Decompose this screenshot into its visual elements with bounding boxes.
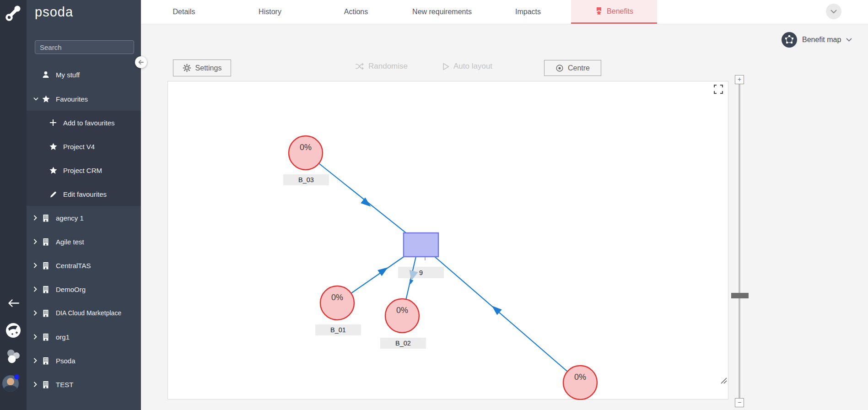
resize-handle[interactable] <box>720 377 728 384</box>
target-icon <box>555 64 564 72</box>
chevron-right-icon <box>33 215 38 221</box>
play-icon <box>442 63 449 70</box>
zoom-out-button[interactable]: − <box>735 398 744 407</box>
collapse-sidebar-button[interactable] <box>135 56 147 68</box>
group-node[interactable] <box>404 233 438 257</box>
pencil-icon <box>49 190 58 198</box>
node-label: 9 <box>419 269 423 276</box>
building-icon <box>41 357 50 365</box>
sidebar-item-org-agile-test[interactable]: Agile test <box>27 230 141 254</box>
icon-strip <box>0 0 27 410</box>
sidebar-item-my-stuff[interactable]: My stuff <box>27 63 141 86</box>
edge-arrowhead <box>361 198 373 210</box>
shuffle-icon <box>355 63 364 70</box>
tab-impacts[interactable]: Impacts <box>485 0 571 24</box>
tab-actions[interactable]: Actions <box>313 0 399 24</box>
sidebar-item-add-to-favourites[interactable]: Add to favourites <box>27 111 141 135</box>
zoom-slider-track[interactable] <box>739 84 740 399</box>
user-icon <box>41 71 50 78</box>
chevron-down-icon <box>846 38 852 42</box>
node-label: B_03 <box>298 176 314 183</box>
link-wrench-icon <box>5 5 22 22</box>
sidebar-item-org-centraltas[interactable]: CentralTAS <box>27 254 141 277</box>
view-selector[interactable]: Benefit map <box>782 32 852 48</box>
fullscreen-icon <box>714 85 723 94</box>
psoda-logo: psoda <box>35 5 73 20</box>
benefit-node-B_03[interactable] <box>289 136 323 170</box>
sidebar-item-favourites[interactable]: Favourites <box>27 87 141 111</box>
benefit-progress-value: 0% <box>396 306 408 315</box>
sidebar-item-org-dia-cloud-marketplace[interactable]: DIA Cloud Marketplace <box>27 301 141 325</box>
building-icon <box>41 381 50 388</box>
chevron-right-icon <box>33 334 38 340</box>
fullscreen-button[interactable] <box>714 85 723 94</box>
globe-button[interactable] <box>0 323 27 338</box>
ribbon-star-icon <box>595 7 603 16</box>
page-menu-button[interactable] <box>826 4 841 19</box>
benefit-edge[interactable] <box>306 153 421 245</box>
zoom-slider-handle[interactable] <box>731 293 749 298</box>
tab-benefits[interactable]: Benefits <box>571 0 657 24</box>
tab-details[interactable]: Details <box>141 0 227 24</box>
centre-button[interactable]: Centre <box>544 60 601 76</box>
sidebar-item-project-v4[interactable]: Project V4 <box>27 135 141 158</box>
benefit-edge[interactable] <box>421 245 580 383</box>
psoda-link-icon[interactable] <box>0 5 27 22</box>
org-circles-icon <box>5 349 21 364</box>
building-icon <box>41 286 50 293</box>
tab-new-requirements[interactable]: New requirements <box>399 0 485 24</box>
chevron-down-icon <box>33 97 38 101</box>
sidebar-item-org-test[interactable]: TEST <box>27 372 141 396</box>
node-label: B_02 <box>395 340 411 347</box>
sidebar: psoda My stuff Favourites Add to fa <box>27 0 141 410</box>
sidebar-item-edit-favourites[interactable]: Edit favourites <box>27 182 141 206</box>
sidebar-item-org-org1[interactable]: org1 <box>27 325 141 349</box>
benefit-progress-value: 0% <box>331 293 343 302</box>
search-input[interactable] <box>35 40 134 54</box>
benefit-progress-value: 0% <box>574 372 586 382</box>
sidebar-item-org-psoda[interactable]: Psoda <box>27 349 141 372</box>
organisations-button[interactable] <box>0 349 27 364</box>
benefit-node-B_02[interactable] <box>385 299 419 333</box>
building-icon <box>41 262 50 270</box>
building-icon <box>41 238 50 246</box>
star-icon <box>41 95 50 102</box>
tab-history[interactable]: History <box>227 0 313 24</box>
settings-button[interactable]: Settings <box>173 59 231 76</box>
resize-icon <box>720 377 728 384</box>
sidebar-item-org-agency-1[interactable]: agency 1 <box>27 206 141 230</box>
chevron-down-icon <box>830 10 837 14</box>
building-icon <box>41 309 50 317</box>
benefit-map-canvas[interactable]: B_03B_01B_0290%0%0%0% <box>167 81 728 399</box>
chevron-right-icon <box>33 358 38 363</box>
building-icon <box>41 214 50 222</box>
benefit-map-svg[interactable]: B_03B_01B_0290%0%0%0% <box>168 81 729 400</box>
zoom-in-button[interactable]: + <box>735 75 744 84</box>
globe-icon <box>6 323 21 338</box>
psoda-app: psoda My stuff Favourites Add to fa <box>0 0 868 410</box>
edge-arrowhead <box>377 264 390 276</box>
sidebar-item-org-demoorg[interactable]: DemoOrg <box>27 277 141 301</box>
presence-dot <box>14 374 19 379</box>
node-label: B_01 <box>330 326 346 334</box>
arrow-left-icon <box>138 59 144 65</box>
chevron-right-icon <box>33 239 38 244</box>
benefit-progress-value: 0% <box>300 143 312 152</box>
benefit-node-B_far[interactable] <box>563 366 597 399</box>
auto-layout-button[interactable]: Auto layout <box>442 62 492 71</box>
tab-bar: Details History Actions New requirements… <box>141 0 868 24</box>
benefit-node-B_01[interactable] <box>320 286 354 320</box>
sidebar-item-project-crm[interactable]: Project CRM <box>27 158 141 182</box>
plus-icon <box>49 119 58 126</box>
chevron-right-icon <box>33 263 38 268</box>
chevron-right-icon <box>33 310 38 316</box>
avatar-body <box>4 385 17 392</box>
chevron-right-icon <box>33 286 38 292</box>
back-arrow-icon <box>7 299 20 307</box>
randomise-button[interactable]: Randomise <box>355 62 408 71</box>
favourites-submenu: Add to favourites Project V4 Project CRM… <box>27 111 141 206</box>
benefit-map-icon <box>782 32 797 48</box>
view-selector-label: Benefit map <box>802 36 841 44</box>
avatar-face <box>7 378 14 385</box>
back-button[interactable] <box>0 299 27 307</box>
